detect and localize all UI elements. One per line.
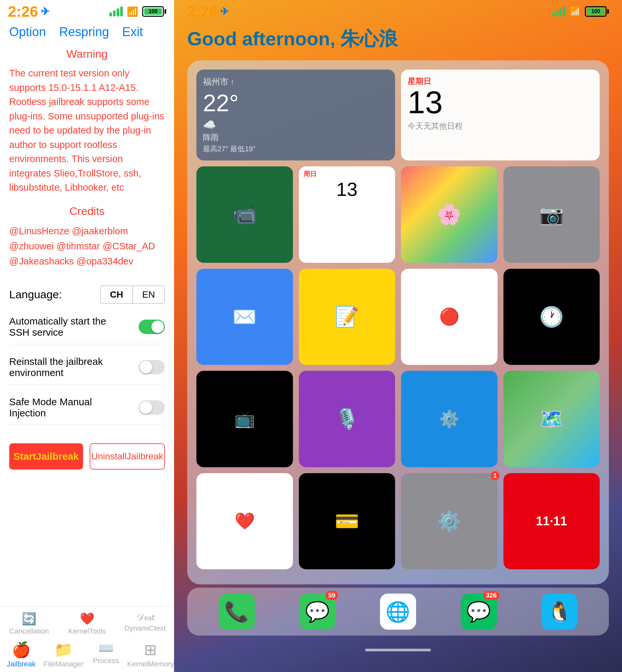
ssh-thumb (151, 321, 164, 333)
app-wallet[interactable]: 💳 (299, 473, 395, 570)
shopping-icon: 11·11 (536, 514, 567, 528)
reinstall-label: Reinstall the jailbreak environment (9, 356, 121, 378)
app-settings[interactable]: ⚙️ 1 (401, 473, 497, 570)
language-row: Language: CH EN (9, 286, 165, 304)
start-jailbreak-button[interactable]: StartJailbreak (9, 443, 83, 470)
tab-kerneltools[interactable]: ❤️ KernelTools (58, 612, 116, 636)
home-bar (365, 649, 431, 651)
app-podcasts[interactable]: 🎙️ (299, 371, 395, 467)
reinstall-thumb (140, 361, 152, 373)
left-panel: 2:26 ✈ 📶 100 Option Respring Exit (0, 0, 174, 672)
nav-bar: Option Respring Exit (0, 20, 174, 44)
app-appletv[interactable]: 📺 (196, 371, 293, 467)
tab-filemanager[interactable]: 📁 FileManager (42, 641, 85, 668)
calendar-event: 今天无其他日程 (408, 121, 593, 131)
reinstall-toggle[interactable] (139, 360, 165, 374)
dock-qq[interactable]: 🐧 (541, 594, 577, 630)
phone-frame: 福州市 ↑ 22° ☁️ 阵雨 最高27° 最低19° 星期日 13 今天无其他… (187, 61, 609, 585)
app-photos[interactable]: 🌸 (401, 166, 497, 263)
warning-section: Warning The current test version only su… (0, 44, 174, 286)
kerneltools-icon: ❤️ (80, 612, 95, 626)
uninstall-jailbreak-button[interactable]: UninstallJailbreak (90, 443, 165, 470)
dock-chrome-icon: 🌐 (385, 600, 410, 624)
facetime-icon: 📹 (232, 203, 257, 226)
tab-cancellation[interactable]: 🔄 Cancellation (0, 612, 58, 636)
dock-chrome[interactable]: 🌐 (380, 594, 416, 630)
clock-icon: 🕐 (539, 305, 564, 329)
app-calendar[interactable]: 周日 13 (299, 166, 395, 263)
dock-wechat-badge: 326 (483, 591, 499, 600)
app-notes[interactable]: 📝 (299, 269, 395, 365)
safemode-toggle[interactable] (139, 400, 165, 415)
app-maps[interactable]: 🗺️ (504, 371, 600, 467)
app-appstore[interactable]: ⚙️ (401, 371, 497, 467)
action-buttons: StartJailbreak UninstallJailbreak (0, 437, 174, 476)
appstore-icon: ⚙️ (439, 410, 459, 428)
dynamictest-label: DynamiCtest (125, 624, 166, 633)
credits-body: @LinusHenze @jaakerblom @zhuowei @tihmst… (9, 223, 165, 269)
app-clock[interactable]: 🕐 (504, 269, 600, 365)
settings-icon: ⚙️ (437, 510, 461, 533)
app-shopping[interactable]: 11·11 (504, 473, 600, 570)
warning-body: The current test version only supports 1… (9, 66, 165, 195)
weather-widget[interactable]: 福州市 ↑ 22° ☁️ 阵雨 最高27° 最低19° (196, 70, 395, 160)
reminders-icon: 🔴 (439, 307, 459, 326)
ssh-toggle-row: Automatically start the SSH service (9, 316, 165, 344)
dock-qq-icon: 🐧 (547, 600, 572, 624)
maps-icon: 🗺️ (539, 407, 564, 431)
time-left: 2:26 ✈ (8, 3, 49, 20)
dock: 📞 💬 59 🌐 💬 326 🐧 (187, 588, 609, 636)
ssh-toggle[interactable] (139, 320, 165, 334)
widgets-row: 福州市 ↑ 22° ☁️ 阵雨 最高27° 最低19° 星期日 13 今天无其他… (196, 70, 600, 160)
mail-icon: ✉️ (232, 305, 257, 329)
dock-wechat[interactable]: 💬 326 (461, 594, 497, 630)
safemode-toggle-row: Safe Mode Manual Injection (9, 397, 165, 425)
weather-city: 福州市 ↑ (203, 76, 388, 87)
app-mail[interactable]: ✉️ (196, 269, 293, 365)
tab-process[interactable]: ⌨️ Process (85, 641, 127, 668)
lang-ch-button[interactable]: CH (101, 286, 132, 303)
app-camera[interactable]: 📷 (504, 166, 600, 263)
kernelmemory-label: KernelMemory (127, 660, 174, 668)
app-grid: 📹 周日 13 🌸 📷 ✉️ 📝 (196, 166, 600, 569)
dock-phone[interactable]: 📞 (219, 594, 255, 630)
calendar-widget[interactable]: 星期日 13 今天无其他日程 (401, 70, 600, 160)
process-icon: ⌨️ (98, 641, 114, 655)
tab-kernelmemory[interactable]: ⊞ KernelMemory (127, 641, 174, 668)
safemode-label: Safe Mode Manual Injection (9, 397, 121, 419)
weather-icon: ☁️ (203, 118, 388, 131)
jailbreak-label: Jailbreak (7, 660, 35, 668)
health-icon: ❤️ (235, 512, 255, 531)
nav-exit[interactable]: Exit (122, 25, 143, 39)
weather-range: 最高27° 最低19° (203, 144, 388, 154)
location-icon-left: ✈ (41, 5, 49, 18)
tab-bar: 🔄 Cancellation ❤️ KernelTools 𝒟𝓮𝓼𝓽 Dynam… (0, 606, 174, 672)
dock-messages[interactable]: 💬 59 (299, 594, 335, 630)
tab-bottom-row: 🍎 Jailbreak 📁 FileManager ⌨️ Process ⊞ K… (0, 638, 174, 672)
nav-option[interactable]: Option (9, 25, 46, 39)
language-label: Language: (9, 288, 62, 301)
filemanager-label: FileManager (43, 660, 83, 668)
tab-top-row: 🔄 Cancellation ❤️ KernelTools 𝒟𝓮𝓼𝓽 Dynam… (0, 607, 174, 638)
calendar-date: 13 (408, 87, 593, 118)
appletv-icon: 📺 (235, 410, 255, 428)
dock-phone-icon: 📞 (224, 600, 249, 624)
app-health[interactable]: ❤️ (196, 473, 293, 570)
status-icons-right: 📶 100 (552, 6, 609, 17)
tab-dynamictest[interactable]: 𝒟𝓮𝓼𝓽 DynamiCtest (116, 612, 174, 636)
wallet-icon: 💳 (335, 510, 359, 533)
app-reminders[interactable]: 🔴 (401, 269, 497, 365)
dock-wechat-icon: 💬 (466, 600, 491, 624)
lang-en-button[interactable]: EN (133, 286, 164, 303)
tab-jailbreak[interactable]: 🍎 Jailbreak (0, 641, 42, 668)
weather-desc: 阵雨 (203, 132, 388, 143)
dock-messages-badge: 59 (325, 591, 338, 600)
time-right: 2:26 ✈ (187, 3, 229, 20)
settings-badge: 1 (491, 471, 499, 480)
nav-respring[interactable]: Respring (59, 25, 109, 39)
time-text-right: 2:26 (187, 3, 217, 20)
settings-section: Language: CH EN Automatically start the … (0, 286, 174, 437)
time-text-left: 2:26 (8, 3, 38, 20)
app-facetime[interactable]: 📹 (196, 166, 293, 263)
kernelmemory-icon: ⊞ (144, 641, 157, 659)
